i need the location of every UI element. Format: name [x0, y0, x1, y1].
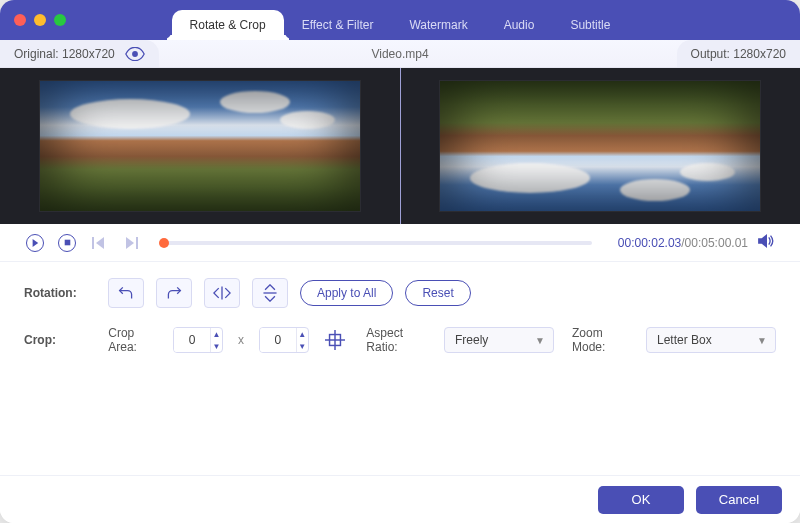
- rotation-row: Rotation: Apply to All Reset: [24, 278, 776, 308]
- crop-times: x: [235, 333, 247, 347]
- zoom-mode-label: Zoom Mode:: [572, 326, 634, 354]
- output-frame-image: [440, 81, 760, 211]
- zoom-mode-value: Letter Box: [657, 333, 712, 347]
- preview-toggle-icon[interactable]: [125, 47, 145, 61]
- minimize-window-icon[interactable]: [34, 14, 46, 26]
- crop-height-up[interactable]: ▲: [297, 328, 308, 340]
- tab-effect-filter[interactable]: Effect & Filter: [284, 10, 392, 40]
- crop-height-steppers: ▲ ▼: [296, 328, 308, 352]
- zoom-mode-select[interactable]: Letter Box ▼: [646, 327, 776, 353]
- info-original: Original: 1280x720: [0, 40, 159, 67]
- aspect-ratio-label: Aspect Ratio:: [366, 326, 432, 354]
- tab-subtitle[interactable]: Subtitle: [552, 10, 628, 40]
- titlebar: Rotate & Crop Effect & Filter Watermark …: [0, 0, 800, 40]
- info-output: Output: 1280x720: [677, 40, 800, 67]
- footer: OK Cancel: [0, 475, 800, 523]
- play-button[interactable]: [24, 232, 46, 254]
- window-controls: [14, 14, 66, 26]
- preview-original[interactable]: [0, 68, 400, 224]
- svg-point-0: [132, 51, 138, 57]
- flip-vertical-button[interactable]: [252, 278, 288, 308]
- crop-width-steppers: ▲ ▼: [210, 328, 222, 352]
- tabs: Rotate & Crop Effect & Filter Watermark …: [0, 0, 800, 40]
- playback-bar: 00:00:02.03/00:05:00.01: [0, 224, 800, 262]
- output-resolution-label: Output: 1280x720: [691, 47, 786, 61]
- crop-width-down[interactable]: ▼: [211, 340, 222, 352]
- apply-to-all-button[interactable]: Apply to All: [300, 280, 393, 306]
- original-frame-image: [40, 81, 360, 211]
- preview-output[interactable]: [400, 68, 801, 224]
- time-display: 00:00:02.03/00:05:00.01: [618, 236, 748, 250]
- preview-row: [0, 68, 800, 224]
- tab-rotate-crop[interactable]: Rotate & Crop: [172, 10, 284, 40]
- rotate-right-button[interactable]: [156, 278, 192, 308]
- crop-label: Crop:: [24, 333, 90, 347]
- timeline-slider[interactable]: [160, 241, 592, 245]
- svg-rect-1: [64, 240, 70, 246]
- close-window-icon[interactable]: [14, 14, 26, 26]
- crop-width-wrap: ▲ ▼: [173, 327, 223, 353]
- maximize-window-icon[interactable]: [54, 14, 66, 26]
- chevron-down-icon: ▼: [757, 335, 767, 346]
- crop-width-up[interactable]: ▲: [211, 328, 222, 340]
- cancel-button[interactable]: Cancel: [696, 486, 782, 514]
- app-window: Rotate & Crop Effect & Filter Watermark …: [0, 0, 800, 523]
- svg-rect-2: [92, 237, 94, 249]
- aspect-ratio-value: Freely: [455, 333, 488, 347]
- rotate-left-button[interactable]: [108, 278, 144, 308]
- chevron-down-icon: ▼: [535, 335, 545, 346]
- info-bar: Original: 1280x720 Video.mp4 Output: 128…: [0, 40, 800, 68]
- prev-frame-button[interactable]: [88, 232, 110, 254]
- reset-button[interactable]: Reset: [405, 280, 470, 306]
- svg-rect-3: [136, 237, 138, 249]
- crop-width-input[interactable]: [174, 328, 210, 352]
- total-time: 00:05:00.01: [685, 236, 748, 250]
- original-resolution-label: Original: 1280x720: [14, 47, 115, 61]
- next-frame-button[interactable]: [120, 232, 142, 254]
- crop-row: Crop: Crop Area: ▲ ▼ x ▲ ▼ Aspect: [24, 326, 776, 354]
- ok-button[interactable]: OK: [598, 486, 684, 514]
- crop-area-label: Crop Area:: [108, 326, 161, 354]
- tab-watermark[interactable]: Watermark: [391, 10, 485, 40]
- volume-icon[interactable]: [758, 233, 776, 252]
- tab-audio[interactable]: Audio: [486, 10, 553, 40]
- current-time: 00:00:02.03: [618, 236, 681, 250]
- crop-height-down[interactable]: ▼: [297, 340, 308, 352]
- timeline-thumb[interactable]: [159, 238, 169, 248]
- rotation-label: Rotation:: [24, 286, 96, 300]
- crop-tool-icon[interactable]: [321, 327, 349, 353]
- stop-button[interactable]: [56, 232, 78, 254]
- aspect-ratio-select[interactable]: Freely ▼: [444, 327, 554, 353]
- crop-height-input[interactable]: [260, 328, 296, 352]
- flip-horizontal-button[interactable]: [204, 278, 240, 308]
- crop-height-wrap: ▲ ▼: [259, 327, 309, 353]
- controls-area: Rotation: Apply to All Reset Crop: Crop …: [0, 262, 800, 380]
